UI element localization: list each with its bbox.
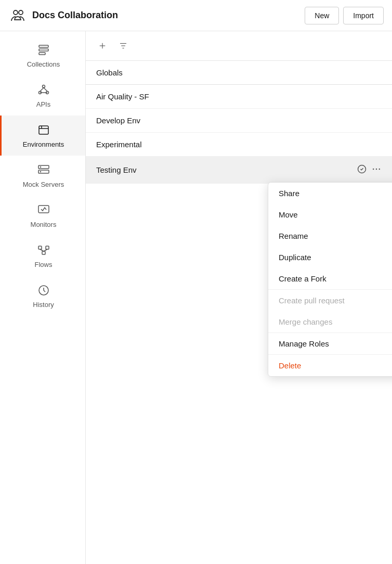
flows-icon (36, 243, 51, 258)
globals-label: Globals (96, 68, 382, 77)
ctx-manage-roles[interactable]: Manage Roles (268, 333, 392, 354)
team-icon (8, 6, 27, 25)
svg-line-9 (44, 88, 47, 92)
ctx-rename[interactable]: Rename ⌘E (268, 225, 392, 247)
env-item-air-quality[interactable]: Air Quality - SF (86, 85, 392, 109)
ctx-delete-label: Delete (279, 361, 301, 370)
ctx-rename-label: Rename (279, 232, 308, 240)
ctx-move-label: Move (279, 210, 298, 219)
monitors-icon (36, 203, 51, 217)
sidebar: Collections APIs Environments (0, 31, 86, 564)
ctx-create-pull-label: Create pull request (279, 296, 345, 305)
ctx-share-label: Share (279, 189, 299, 198)
ctx-move[interactable]: Move (268, 204, 392, 225)
sidebar-item-environments-label: Environments (23, 140, 64, 148)
sidebar-item-apis[interactable]: APIs (0, 75, 85, 116)
ctx-create-fork-label: Create a Fork (279, 274, 326, 283)
sidebar-item-collections[interactable]: Collections (0, 35, 85, 75)
add-environment-button[interactable] (94, 37, 111, 54)
sidebar-item-history[interactable]: History (0, 276, 85, 316)
svg-point-32 (376, 169, 377, 170)
filter-environments-button[interactable] (115, 37, 132, 54)
svg-line-22 (40, 249, 44, 251)
sidebar-item-mock-servers[interactable]: Mock Servers (0, 156, 85, 196)
sidebar-item-mock-servers-label: Mock Servers (23, 181, 64, 188)
svg-rect-19 (38, 246, 42, 249)
svg-point-33 (379, 169, 381, 170)
header: Docs Collaboration New Import (0, 0, 392, 31)
sidebar-item-environments[interactable]: Environments (0, 116, 85, 156)
svg-line-23 (44, 249, 47, 251)
env-item-develop-label: Develop Env (96, 116, 382, 125)
svg-point-5 (42, 85, 45, 88)
context-menu: Share Move Rename ⌘E Duplicate ⌘D Create… (268, 182, 392, 377)
apis-icon (36, 83, 51, 97)
sidebar-item-monitors-label: Monitors (31, 221, 57, 228)
env-item-testing[interactable]: Testing Env (86, 157, 392, 184)
svg-rect-20 (46, 246, 49, 249)
sidebar-item-apis-label: APIs (36, 100, 50, 108)
ctx-share[interactable]: Share (268, 183, 392, 204)
mock-servers-icon (36, 163, 51, 177)
sidebar-item-flows-label: Flows (35, 261, 53, 268)
ctx-duplicate-label: Duplicate (279, 253, 311, 262)
history-icon (36, 283, 51, 298)
import-button[interactable]: Import (343, 7, 384, 24)
env-item-testing-actions (357, 164, 382, 176)
svg-rect-21 (42, 251, 45, 254)
active-check-icon (357, 164, 367, 176)
sidebar-item-history-label: History (33, 301, 54, 309)
more-options-icon[interactable] (371, 164, 382, 176)
svg-point-1 (19, 10, 23, 15)
sidebar-item-flows[interactable]: Flows (0, 236, 85, 276)
svg-line-8 (40, 88, 44, 92)
svg-rect-4 (39, 53, 45, 55)
main-layout: Collections APIs Environments (0, 31, 392, 564)
svg-rect-3 (39, 49, 48, 51)
ctx-merge-label: Merge changes (279, 317, 332, 326)
collections-icon (36, 43, 51, 57)
environments-panel: Globals Air Quality - SF Develop Env Exp… (86, 31, 392, 564)
ctx-create-fork[interactable]: Create a Fork (268, 268, 392, 289)
ctx-manage-roles-label: Manage Roles (279, 339, 329, 348)
new-button[interactable]: New (305, 7, 339, 24)
svg-rect-11 (39, 126, 48, 134)
env-item-experimental[interactable]: Experimental (86, 133, 392, 157)
sidebar-item-collections-label: Collections (27, 60, 60, 68)
env-toolbar (86, 31, 392, 61)
environments-list: Globals Air Quality - SF Develop Env Exp… (86, 61, 392, 184)
env-item-testing-label: Testing Env (96, 165, 357, 174)
svg-point-31 (373, 169, 374, 170)
environments-icon (36, 123, 51, 137)
ctx-create-pull: Create pull request (268, 290, 392, 311)
ctx-delete[interactable]: Delete ⌫ (268, 355, 392, 376)
env-item-develop[interactable]: Develop Env (86, 109, 392, 133)
header-actions: New Import (305, 7, 384, 24)
ctx-merge: Merge changes (268, 311, 392, 332)
svg-rect-2 (39, 45, 48, 47)
env-item-air-quality-label: Air Quality - SF (96, 92, 382, 101)
globals-item[interactable]: Globals (86, 61, 392, 85)
workspace-title: Docs Collaboration (32, 10, 305, 21)
sidebar-item-monitors[interactable]: Monitors (0, 196, 85, 236)
ctx-duplicate[interactable]: Duplicate ⌘D (268, 247, 392, 268)
svg-point-0 (14, 10, 18, 15)
env-item-experimental-label: Experimental (96, 140, 382, 149)
